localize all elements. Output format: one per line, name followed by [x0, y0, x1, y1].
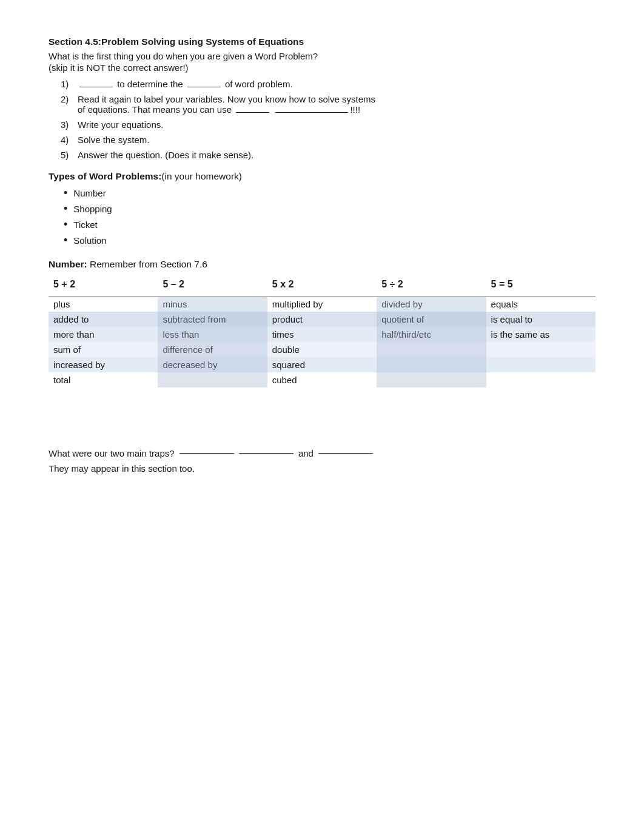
footer-and-text: and: [298, 448, 314, 458]
bullet-shopping-label: Shopping: [73, 204, 112, 214]
bullet-ticket-label: Ticket: [73, 220, 97, 230]
step-5-text: Answer the question. (Does it make sense…: [78, 150, 253, 160]
steps-list: 1) to determine the of word problem. 2) …: [61, 79, 595, 160]
types-title-normal: (in your homework): [161, 171, 242, 181]
operations-table: 5 + 2 5 – 2 5 x 2 5 ÷ 2 5 = 5 plus minus…: [49, 276, 595, 424]
table-container: 5 + 2 5 – 2 5 x 2 5 ÷ 2 5 = 5 plus minus…: [49, 276, 595, 424]
section-title-bold: Problem Solving using Systems of Equatio…: [101, 36, 304, 47]
table-row-spacer1: [49, 387, 595, 400]
col5-row6: [486, 372, 595, 387]
step-1-text: to determine the of word problem.: [78, 79, 293, 89]
step-2-blank-1[interactable]: [236, 112, 269, 113]
col4-row6: [377, 372, 486, 387]
col4-row3: half/third/etc: [377, 327, 486, 342]
number-label-bold: Number:: [49, 259, 87, 269]
number-section: Number: Remember from Section 7.6 5 + 2 …: [49, 259, 595, 424]
footer-blank-1[interactable]: [179, 453, 234, 454]
col1-row4: sum of: [49, 342, 158, 357]
col3-row1: multiplied by: [267, 297, 377, 312]
col2-header: 5 – 2: [158, 276, 267, 297]
col3-header: 5 x 2: [267, 276, 377, 297]
bullet-ticket: Ticket: [64, 218, 595, 231]
intro-paren: (skip it is NOT the correct answer!): [49, 62, 595, 73]
footer-line2: They may appear in this section too.: [49, 463, 595, 474]
col5-row5: [486, 357, 595, 372]
table-row-spacer2: [49, 400, 595, 412]
step-3-num: 3): [61, 119, 78, 130]
step-4-num: 4): [61, 135, 78, 145]
col3-row4: double: [267, 342, 377, 357]
table-row-5: increased by decreased by squared: [49, 357, 595, 372]
col1-row3: more than: [49, 327, 158, 342]
col2-row2: subtracted from: [158, 312, 267, 327]
col4-row1: divided by: [377, 297, 486, 312]
step-5-num: 5): [61, 150, 78, 160]
bullet-number: Number: [64, 187, 595, 200]
step-3-text: Write your equations.: [78, 119, 163, 130]
step-4: 4) Solve the system.: [61, 135, 595, 145]
bullet-solution: Solution: [64, 234, 595, 247]
types-title-bold: Types of Word Problems:: [49, 171, 161, 181]
footer-blank-2[interactable]: [239, 453, 293, 454]
step-3: 3) Write your equations.: [61, 119, 595, 130]
col2-row4: difference of: [158, 342, 267, 357]
bullet-solution-label: Solution: [73, 235, 106, 246]
step-2-blank-2[interactable]: [275, 112, 348, 113]
number-label-normal: Remember from Section 7.6: [90, 259, 207, 269]
col1-row2: added to: [49, 312, 158, 327]
step-2-num: 2): [61, 94, 78, 104]
col3-row3: times: [267, 327, 377, 342]
step-2: 2) Read it again to label your variables…: [61, 94, 595, 115]
col5-header: 5 = 5: [486, 276, 595, 297]
col3-row5: squared: [267, 357, 377, 372]
types-bullet-list: Number Shopping Ticket Solution: [64, 187, 595, 247]
step-1-blank-1[interactable]: [79, 87, 113, 87]
footer-blank-3[interactable]: [318, 453, 373, 454]
page-content: Section 4.5:Problem Solving using System…: [49, 36, 595, 474]
footer-line1: What were our two main traps? and: [49, 448, 595, 458]
table-row-2: added to subtracted from product quotien…: [49, 312, 595, 327]
col5-row4: [486, 342, 595, 357]
col5-row1: equals: [486, 297, 595, 312]
col1-header: 5 + 2: [49, 276, 158, 297]
col3-row6: cubed: [267, 372, 377, 387]
table-row-spacer3: [49, 412, 595, 424]
step-1: 1) to determine the of word problem.: [61, 79, 595, 89]
col5-row3: is the same as: [486, 327, 595, 342]
col4-row2: quotient of: [377, 312, 486, 327]
table-row-3: more than less than times half/third/etc…: [49, 327, 595, 342]
footer-section: What were our two main traps? and They m…: [49, 448, 595, 474]
number-label: Number: Remember from Section 7.6: [49, 259, 595, 270]
col1-row6: total: [49, 372, 158, 387]
table-row-1: plus minus multiplied by divided by equa…: [49, 297, 595, 312]
bullet-number-label: Number: [73, 188, 106, 198]
intro-question: What is the first thing you do when you …: [49, 51, 595, 61]
step-2-text: Read it again to label your variables. N…: [78, 94, 375, 115]
col4-header: 5 ÷ 2: [377, 276, 486, 297]
col2-row6: [158, 372, 267, 387]
col2-row3: less than: [158, 327, 267, 342]
section-header: Section 4.5:Problem Solving using System…: [49, 36, 595, 73]
col4-row5: [377, 357, 486, 372]
col1-row1: plus: [49, 297, 158, 312]
table-row-4: sum of difference of double: [49, 342, 595, 357]
col2-row1: minus: [158, 297, 267, 312]
types-section: Types of Word Problems:(in your homework…: [49, 171, 595, 247]
step-4-text: Solve the system.: [78, 135, 149, 145]
bullet-shopping: Shopping: [64, 203, 595, 215]
step-1-blank-2[interactable]: [187, 87, 221, 87]
col5-row2: is equal to: [486, 312, 595, 327]
footer-question-text: What were our two main traps?: [49, 448, 175, 458]
table-header-row: 5 + 2 5 – 2 5 x 2 5 ÷ 2 5 = 5: [49, 276, 595, 297]
step-1-num: 1): [61, 79, 78, 89]
col3-row2: product: [267, 312, 377, 327]
col2-row5: decreased by: [158, 357, 267, 372]
step-5: 5) Answer the question. (Does it make se…: [61, 150, 595, 160]
table-row-6: total cubed: [49, 372, 595, 387]
col4-row4: [377, 342, 486, 357]
types-title: Types of Word Problems:(in your homework…: [49, 171, 595, 182]
col1-row5: increased by: [49, 357, 158, 372]
section-title: Section 4.5:Problem Solving using System…: [49, 36, 595, 47]
section-title-prefix: Section 4.5: [49, 36, 98, 47]
